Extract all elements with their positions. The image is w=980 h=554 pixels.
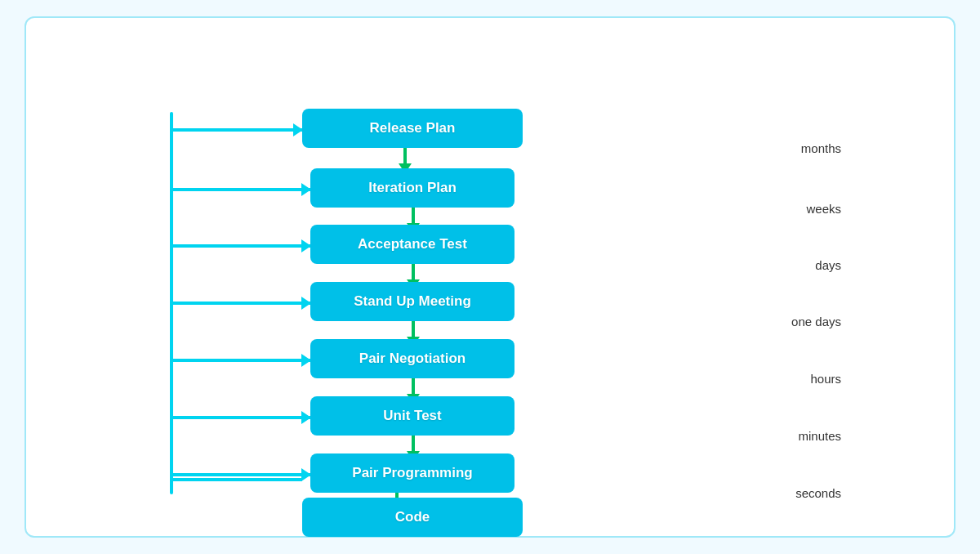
arrow-to-release-plan bbox=[170, 128, 302, 132]
pair-negotiation-label: Pair Negotiation bbox=[359, 351, 466, 367]
unit-test-label: Unit Test bbox=[383, 408, 441, 424]
iteration-plan-label: Iteration Plan bbox=[368, 180, 457, 196]
label-days: days bbox=[815, 258, 841, 272]
arrow-to-pair-negotiation bbox=[170, 359, 310, 362]
arrow-to-unit-test bbox=[170, 416, 310, 419]
label-hours: hours bbox=[810, 372, 841, 386]
arrow-to-acceptance-test bbox=[170, 244, 310, 248]
acceptance-test-label: Acceptance Test bbox=[358, 236, 467, 252]
arrow-to-pair-programming bbox=[170, 473, 310, 476]
label-one-days: one days bbox=[791, 315, 841, 328]
diagram-container: Release Plan months Iteration Plan weeks… bbox=[24, 16, 956, 538]
code-label: Code bbox=[395, 509, 430, 525]
box-acceptance-test: Acceptance Test bbox=[310, 225, 514, 264]
box-stand-up: Stand Up Meeting bbox=[310, 282, 514, 321]
box-release-plan: Release Plan bbox=[302, 109, 523, 148]
box-iteration-plan: Iteration Plan bbox=[310, 168, 514, 208]
bottom-horizontal-bar bbox=[170, 478, 302, 481]
box-pair-programming: Pair Programming bbox=[310, 453, 514, 493]
diagram-inner: Release Plan months Iteration Plan weeks… bbox=[139, 40, 841, 514]
label-seconds: seconds bbox=[795, 486, 841, 500]
box-code: Code bbox=[302, 498, 523, 537]
label-minutes: minutes bbox=[798, 429, 841, 443]
stand-up-label: Stand Up Meeting bbox=[354, 293, 471, 310]
label-weeks: weeks bbox=[806, 202, 841, 216]
arrow-to-iteration-plan bbox=[170, 188, 310, 191]
box-pair-negotiation: Pair Negotiation bbox=[310, 339, 514, 378]
release-plan-label: Release Plan bbox=[370, 120, 456, 136]
arrow-to-stand-up bbox=[170, 302, 310, 305]
box-unit-test: Unit Test bbox=[310, 396, 514, 436]
pair-programming-label: Pair Programming bbox=[352, 465, 472, 481]
label-months: months bbox=[801, 141, 841, 155]
